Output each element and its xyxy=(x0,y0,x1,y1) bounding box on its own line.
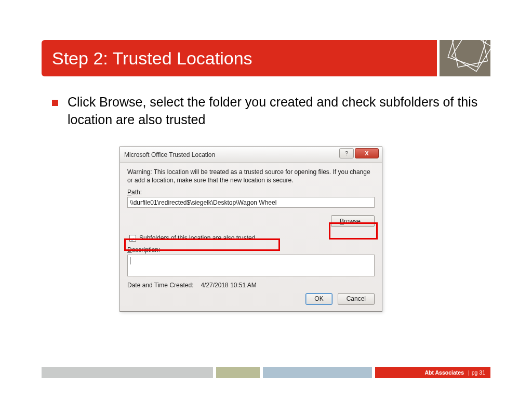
text-cursor-icon xyxy=(130,257,130,264)
slide-title: Step 2: Trusted Locations xyxy=(42,40,440,76)
window-buttons: ? X xyxy=(339,148,379,158)
created-row: Date and Time Created: 4/27/2018 10:51 A… xyxy=(127,282,375,289)
dialog-body: Warning: This location will be treated a… xyxy=(120,163,382,309)
footer-seg-2 xyxy=(216,367,260,378)
footer-brand: Abt Associates xyxy=(425,369,464,376)
trusted-location-dialog: Microsoft Office Trusted Location ? X Wa… xyxy=(119,147,382,312)
footer-separator: | xyxy=(468,369,470,376)
dialog-titlebar: Microsoft Office Trusted Location ? X xyxy=(120,147,382,163)
bullet-item: Click Browse, select the folder you crea… xyxy=(52,94,480,129)
help-icon: ? xyxy=(345,150,348,156)
warning-text: Warning: This location will be treated a… xyxy=(127,168,375,184)
title-decoration xyxy=(440,40,490,76)
dialog-title: Microsoft Office Trusted Location xyxy=(124,151,215,158)
subfolders-checkbox-row[interactable]: Subfolders of this location are also tru… xyxy=(127,233,257,243)
ok-button[interactable]: OK xyxy=(305,293,332,305)
path-label: Path: xyxy=(127,189,375,196)
checkbox-icon xyxy=(129,235,136,242)
close-icon: X xyxy=(365,150,368,156)
created-label: Date and Time Created: xyxy=(127,282,193,289)
geometric-lines-icon xyxy=(440,40,490,76)
bullet-text: Click Browse, select the folder you crea… xyxy=(68,94,480,129)
help-button[interactable]: ? xyxy=(339,148,354,158)
created-value: 4/27/2018 10:51 AM xyxy=(201,282,256,289)
footer-seg-1 xyxy=(42,367,213,378)
footer-page-label: pg xyxy=(472,369,478,376)
slide-title-text: Step 2: Trusted Locations xyxy=(52,48,252,69)
cancel-button[interactable]: Cancel xyxy=(338,293,375,305)
description-input[interactable] xyxy=(127,255,375,276)
browse-button[interactable]: Browse... xyxy=(331,215,375,227)
path-input[interactable] xyxy=(127,197,375,208)
slide-body: Click Browse, select the folder you crea… xyxy=(52,94,480,129)
close-button[interactable]: X xyxy=(355,148,379,158)
footer-brand-seg: Abt Associates | pg 31 xyxy=(375,367,490,378)
bullet-marker-icon xyxy=(52,100,58,106)
slide-title-row: Step 2: Trusted Locations xyxy=(42,40,490,76)
dialog-button-row: OK Cancel xyxy=(127,293,375,305)
subfolders-label: Subfolders of this location are also tru… xyxy=(139,234,255,242)
footer-seg-3 xyxy=(263,367,372,378)
footer-page-num: 31 xyxy=(479,369,485,376)
slide-footer: Abt Associates | pg 31 xyxy=(42,367,490,378)
description-label: Description: xyxy=(127,246,375,254)
